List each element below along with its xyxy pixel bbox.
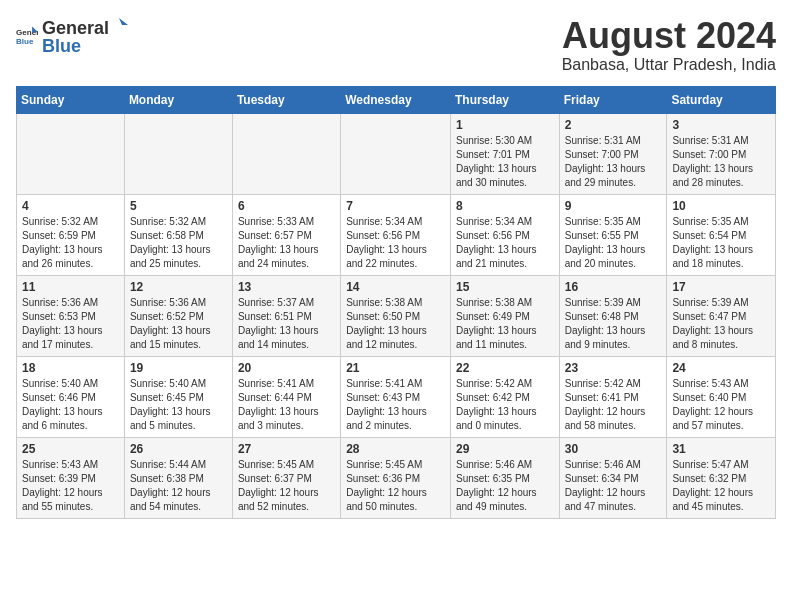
- day-number: 14: [346, 280, 445, 294]
- day-content: Sunrise: 5:43 AMSunset: 6:39 PMDaylight:…: [22, 458, 119, 514]
- day-content: Sunrise: 5:39 AMSunset: 6:47 PMDaylight:…: [672, 296, 770, 352]
- calendar-cell: 6Sunrise: 5:33 AMSunset: 6:57 PMDaylight…: [232, 194, 340, 275]
- weekday-header-tuesday: Tuesday: [232, 86, 340, 113]
- calendar-cell: 27Sunrise: 5:45 AMSunset: 6:37 PMDayligh…: [232, 437, 340, 518]
- weekday-header-wednesday: Wednesday: [341, 86, 451, 113]
- day-number: 11: [22, 280, 119, 294]
- month-year-title: August 2024: [562, 16, 776, 56]
- day-content: Sunrise: 5:34 AMSunset: 6:56 PMDaylight:…: [456, 215, 554, 271]
- day-content: Sunrise: 5:40 AMSunset: 6:45 PMDaylight:…: [130, 377, 227, 433]
- calendar-cell: 16Sunrise: 5:39 AMSunset: 6:48 PMDayligh…: [559, 275, 667, 356]
- day-number: 31: [672, 442, 770, 456]
- day-number: 20: [238, 361, 335, 375]
- svg-text:Blue: Blue: [16, 37, 34, 46]
- calendar-cell: 19Sunrise: 5:40 AMSunset: 6:45 PMDayligh…: [124, 356, 232, 437]
- day-number: 13: [238, 280, 335, 294]
- calendar-week-row: 4Sunrise: 5:32 AMSunset: 6:59 PMDaylight…: [17, 194, 776, 275]
- day-content: Sunrise: 5:32 AMSunset: 6:59 PMDaylight:…: [22, 215, 119, 271]
- calendar-cell: 1Sunrise: 5:30 AMSunset: 7:01 PMDaylight…: [450, 113, 559, 194]
- day-content: Sunrise: 5:30 AMSunset: 7:01 PMDaylight:…: [456, 134, 554, 190]
- calendar-cell: 12Sunrise: 5:36 AMSunset: 6:52 PMDayligh…: [124, 275, 232, 356]
- day-number: 28: [346, 442, 445, 456]
- day-content: Sunrise: 5:41 AMSunset: 6:43 PMDaylight:…: [346, 377, 445, 433]
- day-number: 1: [456, 118, 554, 132]
- day-content: Sunrise: 5:47 AMSunset: 6:32 PMDaylight:…: [672, 458, 770, 514]
- day-content: Sunrise: 5:46 AMSunset: 6:35 PMDaylight:…: [456, 458, 554, 514]
- day-number: 10: [672, 199, 770, 213]
- weekday-header-thursday: Thursday: [450, 86, 559, 113]
- weekday-header-friday: Friday: [559, 86, 667, 113]
- day-content: Sunrise: 5:43 AMSunset: 6:40 PMDaylight:…: [672, 377, 770, 433]
- day-content: Sunrise: 5:42 AMSunset: 6:42 PMDaylight:…: [456, 377, 554, 433]
- day-content: Sunrise: 5:35 AMSunset: 6:55 PMDaylight:…: [565, 215, 662, 271]
- calendar-cell: 23Sunrise: 5:42 AMSunset: 6:41 PMDayligh…: [559, 356, 667, 437]
- day-content: Sunrise: 5:32 AMSunset: 6:58 PMDaylight:…: [130, 215, 227, 271]
- day-number: 23: [565, 361, 662, 375]
- day-number: 7: [346, 199, 445, 213]
- calendar-cell: 24Sunrise: 5:43 AMSunset: 6:40 PMDayligh…: [667, 356, 776, 437]
- calendar-cell: 3Sunrise: 5:31 AMSunset: 7:00 PMDaylight…: [667, 113, 776, 194]
- day-content: Sunrise: 5:46 AMSunset: 6:34 PMDaylight:…: [565, 458, 662, 514]
- calendar-cell: [124, 113, 232, 194]
- day-content: Sunrise: 5:37 AMSunset: 6:51 PMDaylight:…: [238, 296, 335, 352]
- calendar-week-row: 18Sunrise: 5:40 AMSunset: 6:46 PMDayligh…: [17, 356, 776, 437]
- day-content: Sunrise: 5:44 AMSunset: 6:38 PMDaylight:…: [130, 458, 227, 514]
- day-content: Sunrise: 5:36 AMSunset: 6:53 PMDaylight:…: [22, 296, 119, 352]
- day-number: 29: [456, 442, 554, 456]
- day-content: Sunrise: 5:39 AMSunset: 6:48 PMDaylight:…: [565, 296, 662, 352]
- calendar-cell: 10Sunrise: 5:35 AMSunset: 6:54 PMDayligh…: [667, 194, 776, 275]
- day-number: 18: [22, 361, 119, 375]
- calendar-cell: 11Sunrise: 5:36 AMSunset: 6:53 PMDayligh…: [17, 275, 125, 356]
- weekday-header-saturday: Saturday: [667, 86, 776, 113]
- svg-marker-3: [119, 18, 128, 25]
- day-number: 17: [672, 280, 770, 294]
- day-number: 2: [565, 118, 662, 132]
- calendar-table: SundayMondayTuesdayWednesdayThursdayFrid…: [16, 86, 776, 519]
- calendar-cell: 9Sunrise: 5:35 AMSunset: 6:55 PMDaylight…: [559, 194, 667, 275]
- day-number: 16: [565, 280, 662, 294]
- day-number: 6: [238, 199, 335, 213]
- day-number: 22: [456, 361, 554, 375]
- calendar-cell: [17, 113, 125, 194]
- day-content: Sunrise: 5:40 AMSunset: 6:46 PMDaylight:…: [22, 377, 119, 433]
- day-content: Sunrise: 5:31 AMSunset: 7:00 PMDaylight:…: [672, 134, 770, 190]
- calendar-cell: 5Sunrise: 5:32 AMSunset: 6:58 PMDaylight…: [124, 194, 232, 275]
- calendar-cell: [341, 113, 451, 194]
- day-number: 5: [130, 199, 227, 213]
- logo-icon: General Blue: [16, 25, 38, 47]
- calendar-cell: 7Sunrise: 5:34 AMSunset: 6:56 PMDaylight…: [341, 194, 451, 275]
- day-number: 3: [672, 118, 770, 132]
- day-content: Sunrise: 5:38 AMSunset: 6:50 PMDaylight:…: [346, 296, 445, 352]
- logo-general-text: General: [42, 19, 109, 37]
- day-number: 15: [456, 280, 554, 294]
- calendar-cell: 26Sunrise: 5:44 AMSunset: 6:38 PMDayligh…: [124, 437, 232, 518]
- day-content: Sunrise: 5:45 AMSunset: 6:36 PMDaylight:…: [346, 458, 445, 514]
- day-content: Sunrise: 5:34 AMSunset: 6:56 PMDaylight:…: [346, 215, 445, 271]
- calendar-week-row: 11Sunrise: 5:36 AMSunset: 6:53 PMDayligh…: [17, 275, 776, 356]
- calendar-cell: 25Sunrise: 5:43 AMSunset: 6:39 PMDayligh…: [17, 437, 125, 518]
- calendar-cell: 18Sunrise: 5:40 AMSunset: 6:46 PMDayligh…: [17, 356, 125, 437]
- day-number: 27: [238, 442, 335, 456]
- calendar-week-row: 1Sunrise: 5:30 AMSunset: 7:01 PMDaylight…: [17, 113, 776, 194]
- calendar-cell: 28Sunrise: 5:45 AMSunset: 6:36 PMDayligh…: [341, 437, 451, 518]
- day-number: 8: [456, 199, 554, 213]
- location-subtitle: Banbasa, Uttar Pradesh, India: [562, 56, 776, 74]
- day-number: 26: [130, 442, 227, 456]
- calendar-cell: 17Sunrise: 5:39 AMSunset: 6:47 PMDayligh…: [667, 275, 776, 356]
- calendar-cell: 2Sunrise: 5:31 AMSunset: 7:00 PMDaylight…: [559, 113, 667, 194]
- day-content: Sunrise: 5:33 AMSunset: 6:57 PMDaylight:…: [238, 215, 335, 271]
- calendar-cell: 30Sunrise: 5:46 AMSunset: 6:34 PMDayligh…: [559, 437, 667, 518]
- calendar-cell: 15Sunrise: 5:38 AMSunset: 6:49 PMDayligh…: [450, 275, 559, 356]
- day-number: 19: [130, 361, 227, 375]
- calendar-cell: 14Sunrise: 5:38 AMSunset: 6:50 PMDayligh…: [341, 275, 451, 356]
- calendar-cell: 4Sunrise: 5:32 AMSunset: 6:59 PMDaylight…: [17, 194, 125, 275]
- calendar-cell: 31Sunrise: 5:47 AMSunset: 6:32 PMDayligh…: [667, 437, 776, 518]
- day-content: Sunrise: 5:38 AMSunset: 6:49 PMDaylight:…: [456, 296, 554, 352]
- day-number: 21: [346, 361, 445, 375]
- calendar-cell: 21Sunrise: 5:41 AMSunset: 6:43 PMDayligh…: [341, 356, 451, 437]
- day-content: Sunrise: 5:31 AMSunset: 7:00 PMDaylight:…: [565, 134, 662, 190]
- day-number: 9: [565, 199, 662, 213]
- day-number: 12: [130, 280, 227, 294]
- calendar-cell: 22Sunrise: 5:42 AMSunset: 6:42 PMDayligh…: [450, 356, 559, 437]
- day-content: Sunrise: 5:35 AMSunset: 6:54 PMDaylight:…: [672, 215, 770, 271]
